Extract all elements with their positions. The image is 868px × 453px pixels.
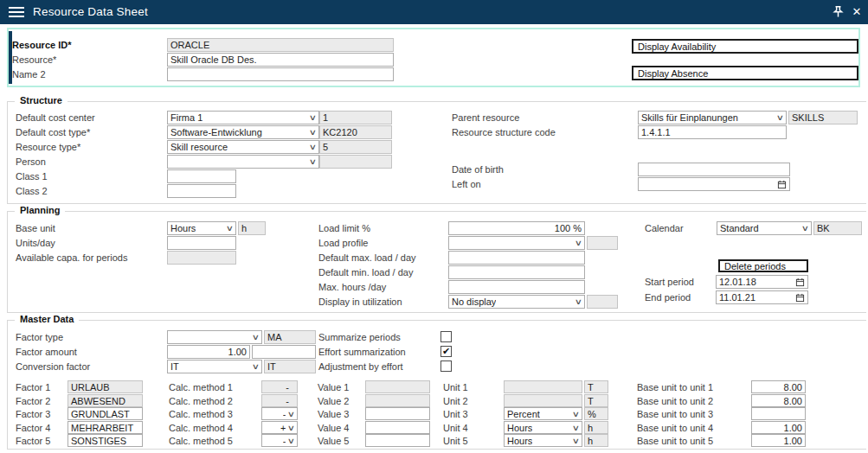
value-1-label: Value 1 bbox=[318, 380, 350, 394]
calendar-select[interactable]: Standard∨ bbox=[717, 221, 812, 235]
base-unit-5-label: Base unit to unit 5 bbox=[637, 434, 713, 448]
max-hours-day-label: Max. hours /day bbox=[318, 280, 386, 294]
base-unit-2-field[interactable]: 8.00 bbox=[751, 394, 806, 407]
class2-field[interactable] bbox=[167, 184, 236, 198]
adjustment-by-effort-checkbox[interactable] bbox=[440, 360, 452, 372]
max-hours-day-field[interactable] bbox=[448, 280, 585, 294]
delete-periods-button[interactable]: Delete periods bbox=[718, 259, 808, 272]
date-of-birth-label: Date of birth bbox=[452, 163, 504, 176]
name2-field[interactable] bbox=[167, 67, 394, 81]
chevron-down-icon: ∨ bbox=[287, 437, 295, 445]
resource-type-select[interactable]: Skill resource∨ bbox=[167, 140, 319, 154]
display-in-utilization-code bbox=[587, 295, 618, 309]
unit-1-code: T bbox=[584, 380, 608, 393]
calendar-icon[interactable] bbox=[795, 278, 805, 287]
date-of-birth-field[interactable] bbox=[638, 163, 790, 176]
display-in-utilization-select[interactable]: No display∨ bbox=[448, 295, 585, 309]
display-in-utilization-value: No display bbox=[452, 297, 496, 307]
effort-summarization-checkbox[interactable]: ✔ bbox=[440, 346, 452, 357]
factor-2-field: ABWESEND bbox=[68, 394, 143, 407]
resource-id-field: ORACLE bbox=[167, 38, 394, 52]
unit-1-label: Unit 1 bbox=[443, 380, 468, 394]
resource-structure-code-field[interactable]: 1.4.1.1 bbox=[638, 125, 787, 139]
value-4-field[interactable] bbox=[365, 421, 430, 434]
calendar-icon[interactable] bbox=[777, 180, 787, 189]
base-unit-select[interactable]: Hours∨ bbox=[167, 221, 236, 235]
parent-resource-select[interactable]: Skills für Einplanungen∨ bbox=[638, 111, 787, 124]
chevron-down-icon: ∨ bbox=[252, 362, 260, 371]
menu-icon[interactable] bbox=[9, 7, 24, 18]
calc-method-4-select[interactable]: +∨ bbox=[261, 421, 298, 434]
value-5-label: Value 5 bbox=[318, 434, 350, 448]
load-profile-code bbox=[587, 236, 618, 250]
units-day-field[interactable] bbox=[167, 236, 236, 250]
chevron-down-icon: ∨ bbox=[287, 410, 295, 418]
factor-5-field[interactable]: SONSTIGES bbox=[68, 434, 143, 447]
chevron-down-icon: ∨ bbox=[226, 224, 234, 233]
default-max-load-field[interactable] bbox=[448, 251, 585, 265]
value-5-field[interactable] bbox=[365, 434, 430, 447]
chevron-down-icon: ∨ bbox=[575, 297, 582, 306]
calc-method-1-field: - bbox=[261, 380, 298, 393]
base-unit-5-field[interactable]: 1.00 bbox=[751, 434, 806, 447]
display-availability-button[interactable]: Display Availability bbox=[632, 39, 858, 54]
calc-method-5-select[interactable]: -∨ bbox=[261, 434, 298, 447]
factor-amount-unit-field[interactable] bbox=[252, 345, 316, 359]
pin-icon[interactable] bbox=[832, 5, 845, 19]
unit-3-select[interactable]: Percent∨ bbox=[504, 407, 582, 420]
chevron-down-icon: ∨ bbox=[252, 333, 260, 341]
parent-resource-value: Skills für Einplanungen bbox=[641, 112, 738, 123]
unit-4-value: Hours bbox=[507, 423, 532, 433]
default-min-load-field[interactable] bbox=[448, 265, 585, 279]
resource-field[interactable]: Skill Oracle DB Des. bbox=[167, 53, 394, 67]
unit-5-select[interactable]: Hours∨ bbox=[504, 434, 582, 447]
summarize-periods-label: Summarize periods bbox=[318, 330, 401, 344]
value-2-label: Value 2 bbox=[318, 394, 350, 408]
chevron-down-icon: ∨ bbox=[309, 113, 317, 122]
end-period-field[interactable]: 11.01.21 bbox=[716, 290, 808, 304]
unit-4-select[interactable]: Hours∨ bbox=[504, 421, 582, 434]
chevron-down-icon: ∨ bbox=[309, 128, 317, 137]
base-unit-4-label: Base unit to unit 4 bbox=[637, 421, 713, 435]
default-cost-type-value: Software-Entwicklung bbox=[170, 127, 262, 137]
calc-method-5-label: Calc. method 5 bbox=[169, 434, 233, 448]
factor-3-label: Factor 3 bbox=[16, 407, 50, 421]
calc-method-2-field: - bbox=[261, 394, 298, 407]
calc-method-3-value: - bbox=[283, 409, 286, 419]
conversion-factor-select[interactable]: IT∨ bbox=[167, 360, 262, 373]
start-period-field[interactable]: 12.01.18 bbox=[716, 275, 808, 289]
left-on-field[interactable] bbox=[638, 177, 790, 191]
load-profile-select[interactable]: ∨ bbox=[448, 236, 585, 250]
unit-5-value: Hours bbox=[507, 436, 532, 446]
factor-amount-field[interactable]: 1.00 bbox=[167, 345, 250, 359]
base-unit-3-field[interactable] bbox=[751, 407, 806, 420]
close-icon[interactable]: ✕ bbox=[850, 4, 864, 19]
default-cost-center-select[interactable]: Firma 1∨ bbox=[167, 111, 319, 124]
conversion-factor-value: IT bbox=[170, 361, 179, 372]
calc-method-3-select[interactable]: -∨ bbox=[261, 407, 298, 420]
factor-type-select[interactable]: ∨ bbox=[167, 330, 262, 344]
base-unit-4-field[interactable]: 1.00 bbox=[751, 421, 806, 434]
value-3-field[interactable] bbox=[365, 407, 430, 420]
person-select[interactable]: ∨ bbox=[167, 155, 319, 169]
summarize-periods-checkbox[interactable] bbox=[440, 331, 452, 342]
default-cost-center-value: Firma 1 bbox=[170, 112, 203, 123]
planning-legend: Planning bbox=[15, 205, 65, 215]
chevron-down-icon: ∨ bbox=[776, 113, 784, 122]
master-data-legend: Master Data bbox=[15, 314, 79, 324]
resource-label: Resource* bbox=[12, 53, 56, 67]
default-cost-type-select[interactable]: Software-Entwicklung∨ bbox=[167, 125, 319, 139]
value-4-label: Value 4 bbox=[318, 421, 350, 435]
effort-summarization-label: Effort summarization bbox=[318, 345, 406, 359]
class2-label: Class 2 bbox=[16, 184, 48, 198]
chevron-down-icon: ∨ bbox=[309, 157, 317, 166]
class1-field[interactable] bbox=[167, 169, 236, 183]
value-2-field bbox=[365, 394, 430, 407]
display-absence-button[interactable]: Display Absence bbox=[632, 66, 858, 80]
calendar-icon[interactable] bbox=[795, 293, 805, 303]
factor-1-field: URLAUB bbox=[68, 380, 143, 393]
base-unit-1-field[interactable]: 8.00 bbox=[751, 380, 806, 393]
load-limit-field[interactable]: 100 % bbox=[448, 221, 585, 235]
factor-4-field[interactable]: MEHRARBEIT bbox=[68, 421, 143, 434]
factor-3-field[interactable]: GRUNDLAST bbox=[68, 407, 143, 420]
